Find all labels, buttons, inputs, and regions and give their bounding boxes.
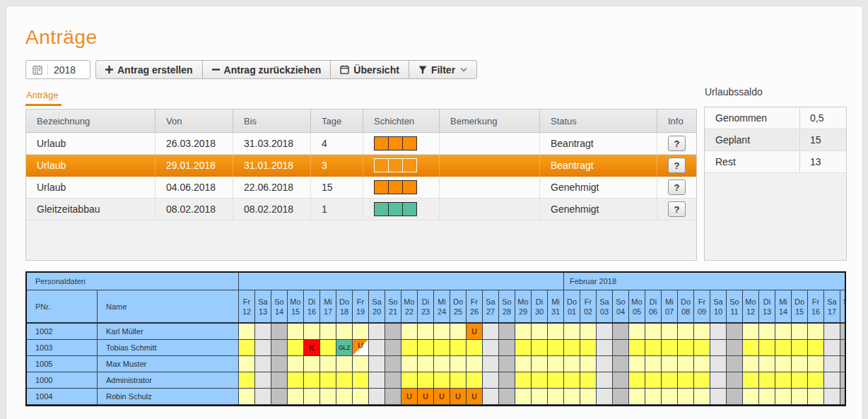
day-header-cell: Di16 — [304, 290, 320, 324]
calendar-cell — [467, 372, 483, 389]
calendar-cell — [597, 356, 613, 372]
calendar-cell: K — [304, 340, 320, 356]
request-row[interactable]: Urlaub29.01.201831.01.20183Beantragt? — [26, 155, 696, 177]
calendar-cell — [759, 389, 775, 405]
calendar-month-row: PersonaldatenFebruar 2018 — [27, 273, 846, 290]
calendar-cell: U — [353, 340, 369, 356]
calendar-cell — [548, 372, 564, 389]
day-of-week: Sa — [713, 297, 722, 307]
day-number: 03 — [600, 307, 609, 317]
day-of-week: Mi — [665, 297, 674, 307]
info-button[interactable]: ? — [668, 158, 686, 173]
calendar-cell — [418, 340, 434, 356]
day-number: 05 — [633, 307, 641, 317]
requests-tbody: Urlaub26.03.201831.03.20184Beantragt?Url… — [26, 133, 696, 220]
calendar-cell — [320, 389, 336, 405]
calendar-cell: U — [418, 389, 434, 405]
button-label: Filter — [431, 64, 455, 76]
year-input[interactable]: 2018 — [25, 60, 90, 79]
calendar-cell — [840, 324, 846, 340]
day-of-week: Mo — [745, 297, 756, 307]
calendar-cell — [288, 356, 304, 372]
calendar-cell — [775, 372, 792, 389]
day-of-week: Mi — [324, 297, 332, 307]
calendar-cell — [564, 372, 580, 389]
day-number: 21 — [389, 307, 397, 317]
request-cell: 31.01.2018 — [233, 155, 311, 177]
calendar-cell — [336, 324, 353, 340]
calendar-cell — [645, 372, 662, 389]
day-header-cell: Do15 — [792, 290, 808, 324]
day-header-cell: Fr26 — [467, 290, 483, 324]
day-header-cell: Sa27 — [483, 290, 499, 324]
name-cell: Robin Schulz — [98, 389, 239, 405]
calendar-cell — [483, 372, 499, 389]
calendar-cell — [418, 356, 434, 372]
info-button[interactable]: ? — [668, 136, 686, 151]
day-header-cell: Mi07 — [662, 290, 678, 324]
calendar-cell — [727, 340, 743, 356]
request-row[interactable]: Gleitzeitabbau08.02.201808.02.20181Geneh… — [26, 199, 696, 220]
column-header: Status — [540, 110, 657, 133]
day-number: 01 — [568, 307, 576, 317]
calendar-cell — [271, 324, 288, 340]
remark-cell — [440, 177, 540, 199]
calendar-cell — [271, 356, 288, 372]
tab-antraege[interactable]: Anträge — [26, 90, 59, 100]
calendar-cell — [597, 389, 613, 405]
pnr-cell: 1005 — [27, 356, 98, 372]
request-row[interactable]: Urlaub04.06.201822.06.201815Genehmigt? — [26, 177, 696, 199]
calendar-cell — [434, 324, 450, 340]
calendar-cell — [353, 324, 369, 340]
calendar-cell — [401, 372, 418, 389]
request-cell: 1 — [311, 199, 363, 220]
filter-funnel-icon — [418, 66, 427, 74]
saldo-panel: Genommen0,5Geplant15Rest13 — [704, 107, 847, 261]
calendar-cell — [580, 372, 597, 389]
column-header: Bezeichnung — [26, 110, 156, 133]
day-header-cell: Do18 — [336, 290, 353, 324]
calendar-cell — [710, 324, 727, 340]
calendar-cell — [564, 324, 580, 340]
calendar-cell — [288, 372, 304, 389]
create-request-button[interactable]: Antrag erstellen — [95, 60, 203, 79]
shift-box — [402, 180, 417, 194]
day-number: 17 — [828, 307, 836, 317]
calendar-cell — [678, 389, 694, 405]
remark-cell — [440, 155, 540, 177]
calendar-cell — [369, 324, 385, 340]
saldo-label: Genommen — [705, 112, 799, 124]
shift-cell — [363, 155, 440, 177]
filter-button[interactable]: Filter — [409, 60, 477, 79]
day-of-week: Mi — [438, 297, 446, 307]
calendar-inner: PersonaldatenFebruar 2018PNr.NameFr12Sa1… — [27, 273, 846, 405]
info-button[interactable]: ? — [668, 179, 686, 195]
request-cell: 08.02.2018 — [156, 199, 233, 220]
request-row[interactable]: Urlaub26.03.201831.03.20184Beantragt? — [26, 133, 696, 155]
calendar-cell: GLZ — [336, 340, 353, 356]
calendar-cell — [320, 324, 336, 340]
day-header-cell: Mo29 — [515, 290, 532, 324]
calendar-cell — [824, 372, 840, 389]
calendar-cell — [353, 389, 369, 405]
tab-underline — [25, 104, 61, 106]
day-of-week: Sa — [372, 297, 381, 307]
day-header-cell: So11 — [727, 290, 743, 324]
day-of-week: Do — [453, 297, 463, 307]
calendar-cell — [320, 356, 336, 372]
day-of-week: So — [388, 297, 397, 307]
day-header-cell: Fr16 — [808, 290, 824, 324]
calendar-cell — [629, 389, 645, 405]
employee-row: 1004Robin SchulzUUUUU — [27, 389, 846, 405]
status-cell: Genehmigt — [540, 199, 657, 220]
year-value: 2018 — [54, 64, 76, 76]
day-header-cell: Mi24 — [434, 290, 450, 324]
info-button[interactable]: ? — [668, 201, 686, 217]
day-number: 08 — [681, 307, 690, 317]
calendar-cell — [320, 340, 336, 356]
column-header: Bis — [233, 110, 311, 133]
day-number: 15 — [795, 307, 804, 317]
request-cell: 04.06.2018 — [156, 177, 233, 199]
overview-button[interactable]: Übersicht — [330, 60, 409, 79]
withdraw-request-button[interactable]: Antrag zurückziehen — [202, 60, 332, 79]
